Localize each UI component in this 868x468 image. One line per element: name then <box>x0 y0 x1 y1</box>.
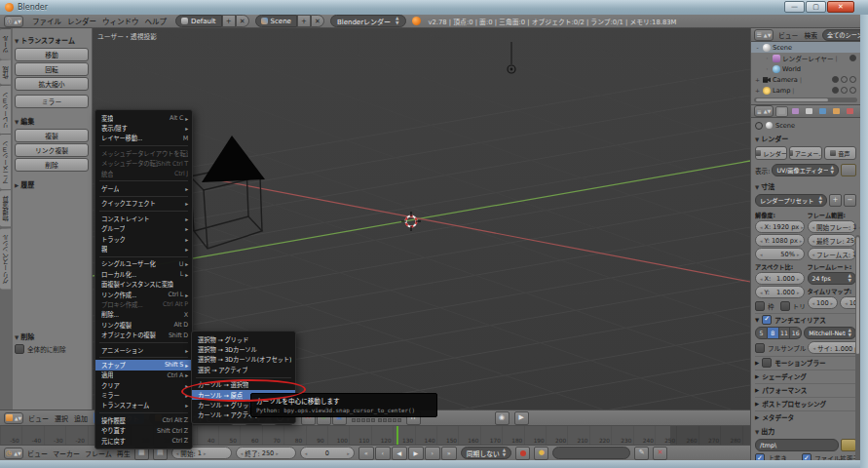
fps-dropdown[interactable]: 24 fps ▲▼ <box>808 272 857 285</box>
object-menu-item[interactable]: 操作履歴Ctrl Alt Z <box>95 415 192 425</box>
object-menu-item[interactable]: グループ▸ <box>95 224 192 234</box>
object-menu-item[interactable]: リンク作成...Ctrl L▸ <box>95 290 192 299</box>
opengl-render-image-button[interactable]: ◉ <box>495 411 509 425</box>
outliner-menu-ビュー[interactable]: ビュー <box>777 30 799 40</box>
object-menu-item[interactable]: オブジェクトの複製Shift D <box>95 330 192 339</box>
object-menu-item[interactable]: 削除...X <box>95 310 192 320</box>
visibility-icon[interactable] <box>832 87 839 94</box>
panel-header-history[interactable]: ▶履歴 <box>15 179 89 189</box>
panel-header-delete[interactable]: ▼削除 <box>15 332 89 341</box>
snap-menu-item[interactable]: カーソル → 選択物 <box>192 380 295 390</box>
selectable-icon[interactable] <box>841 76 848 83</box>
frame-range-field[interactable]: ◂最終フレ:250▸ <box>808 234 857 247</box>
panel-header-シェーディング[interactable]: ▶シェーディング <box>755 370 856 381</box>
renderable-icon[interactable] <box>849 87 856 94</box>
delete-globally-checkbox[interactable]: 全体的に削除 <box>15 344 89 354</box>
object-menu-item[interactable]: クリア▸ <box>95 380 192 390</box>
layer-toggle[interactable] <box>371 418 375 422</box>
layer-toggle[interactable] <box>357 418 360 422</box>
view3d-menu-ビュー[interactable]: ビュー <box>28 413 49 423</box>
delete-scene-button[interactable]: ✕ <box>311 15 324 27</box>
panel-header-パフォーマンス[interactable]: ▶パフォーマンス <box>755 383 856 395</box>
aa-samples-8[interactable]: 8 <box>768 327 779 339</box>
play-reverse-button[interactable]: ◀ <box>392 447 407 460</box>
resolution-field[interactable]: ◂50%▸ <box>755 248 805 260</box>
aa-filter-dropdown[interactable]: Mitchell-Netrav...▲▼ <box>804 327 856 339</box>
editor-type-3dview-icon[interactable]: ▲▼ <box>4 412 23 424</box>
object-menu-item[interactable]: コンストレイント▸ <box>95 214 192 223</box>
delete-screen-button[interactable]: ✕ <box>236 15 249 27</box>
tool-button[interactable]: 回転 <box>15 62 89 76</box>
preset-remove-button[interactable]: − <box>844 194 856 207</box>
animation-button[interactable]: アニメー... <box>789 146 821 160</box>
maximize-button[interactable]: ▢ <box>806 1 826 13</box>
object-menu-item[interactable]: 適用Ctrl A▸ <box>95 370 192 380</box>
jump-start-button[interactable]: « <box>359 447 374 460</box>
tool-button[interactable]: リンク複製 <box>15 143 89 157</box>
display-lock-button[interactable] <box>841 164 856 176</box>
object-menu-item[interactable]: ローカル化...L▸ <box>95 269 192 279</box>
next-keyframe-button[interactable]: › <box>425 447 440 460</box>
object-menu-item[interactable]: ミラー▸ <box>95 390 192 400</box>
snap-menu-item[interactable]: 選択 → アクティブ <box>192 365 295 374</box>
shelf-tab-3[interactable]: リレーション <box>0 85 11 135</box>
tool-button[interactable]: 移動 <box>15 48 89 61</box>
pin-icon[interactable] <box>755 122 763 130</box>
menubar-item-ファイル[interactable]: ファイル <box>29 16 64 26</box>
panel-header-transform[interactable]: ▼トランスフォーム <box>15 35 89 45</box>
layer-toggle[interactable] <box>378 418 382 422</box>
shelf-tab-2[interactable]: 作成 <box>0 59 11 85</box>
time-remap-field[interactable]: ◂100▸ <box>808 296 839 309</box>
resolution-field[interactable]: ◂Y:1080 px▸ <box>755 234 805 247</box>
object-menu-item[interactable]: 親▸ <box>95 244 192 254</box>
properties-tab-render[interactable] <box>775 106 788 117</box>
visibility-icon[interactable] <box>849 55 856 61</box>
editor-type-info-icon[interactable]: ⓘ▲▼ <box>4 16 23 27</box>
selectable-icon[interactable] <box>841 87 848 94</box>
view3d-menu-選択[interactable]: 選択 <box>55 413 68 423</box>
layer-toggle[interactable] <box>393 418 396 422</box>
object-menu-item[interactable]: 面複製インスタンスに変換 <box>95 279 192 289</box>
object-menu-item[interactable]: 表示/隠す▸ <box>95 123 192 133</box>
checkbox-icon[interactable] <box>762 358 772 368</box>
layer-toggle[interactable] <box>352 418 356 422</box>
play-button[interactable]: ▶ <box>408 447 424 460</box>
editor-type-timeline-icon[interactable]: ◷▲▼ <box>4 448 23 459</box>
display-dropdown[interactable]: UV/画像エディター ▲▼ <box>772 164 839 176</box>
keying-set-icon-button[interactable]: ● <box>534 447 548 460</box>
timeline-menu-ビュー[interactable]: ビュー <box>27 448 48 458</box>
resolution-field[interactable]: ◂X:1920 px▸ <box>755 220 805 233</box>
layer-toggle[interactable] <box>397 418 401 422</box>
view3d-menu-追加[interactable]: 追加 <box>74 413 88 423</box>
folder-browse-button[interactable] <box>841 439 856 451</box>
shelf-tab-5[interactable]: 物理演算 <box>0 189 11 226</box>
object-menu-item[interactable]: スナップShift S▸ <box>95 360 192 370</box>
renderable-icon[interactable] <box>849 76 856 83</box>
add-scene-button[interactable]: + <box>297 15 311 27</box>
visibility-icon[interactable] <box>832 76 839 83</box>
close-button[interactable]: ✕ <box>827 1 854 13</box>
timeline-menu-マーカー[interactable]: マーカー <box>53 448 80 458</box>
add-screen-button[interactable]: + <box>222 15 236 27</box>
outliner-item-World[interactable]: ·World <box>751 63 860 74</box>
snap-menu-item[interactable]: 選択物 → グリッド <box>192 334 295 344</box>
screen-layout-selector[interactable]: Default + ✕ <box>175 15 249 27</box>
scene-selector[interactable]: Scene + ✕ <box>255 15 324 27</box>
insert-keyframe-button[interactable]: ✎ <box>634 447 649 460</box>
object-menu-item[interactable]: レイヤー移動...M <box>95 134 192 143</box>
sync-dropdown[interactable]: 同期しない ▲▼ <box>461 447 511 459</box>
current-frame-line[interactable] <box>396 426 398 445</box>
properties-tab-render-layers[interactable] <box>789 106 802 117</box>
minimize-button[interactable]: — <box>784 1 805 13</box>
panel-header-モーションブラー[interactable]: ▶モーションブラー <box>755 356 856 368</box>
keying-set-field[interactable] <box>552 447 630 459</box>
frame-end-field[interactable]: ◂終了: 250▸ <box>236 447 296 459</box>
aspect-field[interactable]: ◂Y:1.000▸ <box>755 286 805 298</box>
border-checkbox[interactable]: トリ <box>780 301 806 311</box>
expander-icon[interactable]: + <box>754 76 761 83</box>
menubar-item-レンダー[interactable]: レンダー <box>64 16 99 26</box>
current-frame-field[interactable]: ◂0▸ <box>300 447 355 459</box>
mirror-button[interactable]: ミラー <box>15 95 89 108</box>
layer-toggle[interactable] <box>388 418 392 422</box>
outliner-item-Lamp[interactable]: +Lamp| <box>751 85 860 96</box>
